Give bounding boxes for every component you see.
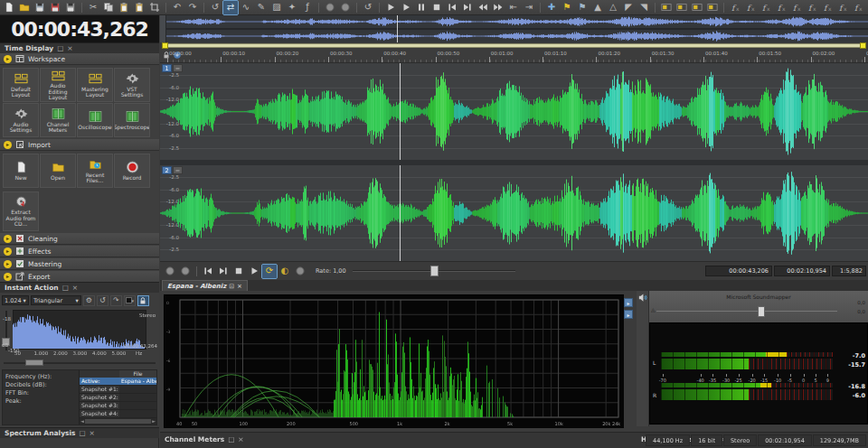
rewind-icon[interactable] xyxy=(476,1,490,14)
expand-icon[interactable]: ▸ xyxy=(4,141,12,149)
zoom-selection-icon[interactable]: ▲ xyxy=(590,1,605,14)
time-display-tab[interactable]: Time Display □ × xyxy=(0,42,159,53)
audio-editing-layout-button[interactable]: Audio Editing Layout xyxy=(40,68,76,102)
zoom-ratio-box[interactable]: 1:5,882 xyxy=(832,266,866,276)
close-icon[interactable]: × xyxy=(237,283,242,290)
channel-number[interactable]: 1 xyxy=(162,64,172,72)
scrub-icon[interactable] xyxy=(293,265,307,278)
spectrum-analysis-tab[interactable]: Spectrum Analysis □ × xyxy=(0,427,159,438)
stop-icon[interactable] xyxy=(429,1,444,14)
scrollbar-thumb[interactable] xyxy=(85,419,151,424)
snapshot-button[interactable]: ↷ xyxy=(110,295,122,306)
forward-icon[interactable] xyxy=(491,1,505,14)
record-icon[interactable] xyxy=(163,265,177,278)
zoom-time-icon[interactable]: ◥ xyxy=(637,1,651,14)
mute-region-icon[interactable] xyxy=(705,1,720,14)
section-header-workspace[interactable]: ▸Workspace xyxy=(0,53,159,65)
file-length-box[interactable]: 00:02:10,954 xyxy=(774,266,830,276)
section-header-mastering[interactable]: ▸Mastering xyxy=(0,258,159,270)
copy-icon[interactable] xyxy=(101,1,116,14)
save-icon[interactable] xyxy=(33,1,47,14)
audio-settings-button[interactable]: Audio Settings xyxy=(3,103,39,137)
go-to-end-icon[interactable] xyxy=(460,1,475,14)
extract-audio-from-cd-button[interactable]: Extract Audio from CD... xyxy=(3,191,39,231)
range-handle-right[interactable] xyxy=(860,42,866,49)
section-header-export[interactable]: ▸Export xyxy=(0,271,159,282)
table-row[interactable]: Active:Espana - Alben xyxy=(80,378,156,386)
crossfade-icon[interactable] xyxy=(659,1,674,14)
file-tab[interactable]: Espana - Albeniz ⊡ × xyxy=(162,280,248,291)
trim-crop-icon[interactable] xyxy=(147,1,162,14)
display-mode-button[interactable]: ▾ xyxy=(124,295,136,306)
fx-5-icon[interactable]: fx xyxy=(789,1,804,14)
spectroscope-button[interactable]: Spectroscope xyxy=(114,103,150,137)
range-bar-track[interactable] xyxy=(165,43,863,48)
expand-icon[interactable]: ▸ xyxy=(4,260,12,268)
cm-panel-button-1[interactable]: ▸ xyxy=(624,298,633,307)
playhead-cursor[interactable] xyxy=(400,63,401,160)
play-icon[interactable] xyxy=(247,265,261,278)
loop-icon[interactable]: ↺ xyxy=(361,1,375,14)
maximize-icon[interactable]: □ xyxy=(62,284,69,292)
record-remote-icon[interactable] xyxy=(338,1,353,14)
section-header-effects[interactable]: ▸Effects xyxy=(0,246,159,257)
loop-region-icon[interactable] xyxy=(675,1,689,14)
fx-7-icon[interactable]: fx xyxy=(820,1,835,14)
gain-reset-icon[interactable]: ◬ xyxy=(651,306,656,313)
slider-handle[interactable] xyxy=(758,306,765,317)
open-button[interactable]: Open xyxy=(40,154,76,188)
spectrum-scroll-slider[interactable] xyxy=(4,359,156,366)
expand-icon[interactable]: ▸ xyxy=(4,235,12,243)
table-row[interactable]: Snapshot #2: xyxy=(80,394,156,402)
fx-1-icon[interactable]: fx xyxy=(728,1,742,14)
section-header-cleaning[interactable]: ▸Cleaning xyxy=(0,233,159,245)
channel-number[interactable]: 2 xyxy=(162,166,172,174)
insert-marker-icon[interactable]: ⚑ xyxy=(560,1,574,14)
channel-converter-icon[interactable]: ⇄ xyxy=(223,1,238,14)
play-icon[interactable] xyxy=(399,1,413,14)
play-device-icon[interactable]: ◐ xyxy=(278,265,292,278)
stop-icon[interactable] xyxy=(231,265,246,278)
zoom-in-icon[interactable]: ◤ xyxy=(621,1,636,14)
new-file-icon[interactable] xyxy=(2,1,16,14)
window-type-select[interactable]: Triangular▾ xyxy=(31,295,81,305)
save-as-icon[interactable] xyxy=(48,1,62,14)
redo-icon[interactable]: ↷ xyxy=(185,1,200,14)
speaker-icon[interactable] xyxy=(637,293,647,303)
scroll-right-icon[interactable]: ► xyxy=(152,418,156,424)
output-gain-slider[interactable] xyxy=(656,306,837,317)
playhead-cursor[interactable] xyxy=(400,165,401,261)
time-ruler[interactable]: 00:00:0000:00:1000:00:2000:00:3000:00:40… xyxy=(160,49,868,63)
waveform-channel-1[interactable]: -2.5-6.0-12.0-Inf.-12.0-6.0-2.5 1 − xyxy=(160,63,868,160)
new-button[interactable]: New xyxy=(3,154,39,188)
next-marker-icon[interactable]: ⇥ xyxy=(522,1,536,14)
go-to-start-icon[interactable] xyxy=(201,265,215,278)
waveform-overview[interactable] xyxy=(160,15,868,42)
fx-6-icon[interactable]: fx xyxy=(805,1,819,14)
play-all-icon[interactable] xyxy=(383,1,398,14)
mastering-layout-button[interactable]: Mastering Layout xyxy=(77,68,113,102)
oscilloscope-button[interactable]: Oscilloscope xyxy=(77,103,113,137)
cursor-position-box[interactable]: 00:00:43,206 xyxy=(705,266,772,276)
fx-3-icon[interactable]: fx xyxy=(759,1,773,14)
vst-settings-button[interactable]: VST Settings xyxy=(114,68,150,102)
refresh-button[interactable]: ↺ xyxy=(97,295,108,306)
insert-sync-icon[interactable] xyxy=(690,1,704,14)
default-layout-button[interactable]: Default Layout xyxy=(3,68,39,102)
go-to-end-icon[interactable] xyxy=(216,265,231,278)
expand-icon[interactable]: ▸ xyxy=(4,273,12,281)
insert-region-icon[interactable]: ⚑ xyxy=(575,1,590,14)
scroll-left-icon[interactable]: ◄ xyxy=(80,418,84,424)
table-row[interactable]: Snapshot #1: xyxy=(80,386,156,394)
table-row[interactable]: Snapshot #3: xyxy=(80,402,156,410)
minimize-icon[interactable]: − xyxy=(173,166,183,174)
go-to-start-icon[interactable] xyxy=(445,1,459,14)
expand-icon[interactable]: ▸ xyxy=(4,247,12,256)
maximize-icon[interactable]: □ xyxy=(80,429,86,437)
fx-8-icon[interactable]: fx xyxy=(835,1,850,14)
close-icon[interactable]: × xyxy=(90,429,95,437)
expand-icon[interactable]: ▸ xyxy=(4,55,12,63)
spectrum-settings-button[interactable]: ⚙ xyxy=(83,295,95,306)
maximize-icon[interactable]: □ xyxy=(228,435,234,443)
pause-icon[interactable] xyxy=(414,1,429,14)
